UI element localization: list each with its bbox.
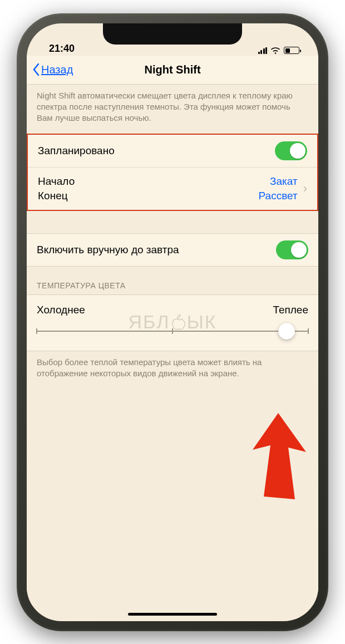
- content: Night Shift автоматически смещает цвета …: [27, 85, 318, 606]
- slider-thumb[interactable]: [278, 323, 295, 340]
- color-temp-slider[interactable]: [37, 324, 308, 338]
- end-value: Рассвет: [259, 189, 298, 203]
- manual-toggle[interactable]: [276, 240, 308, 259]
- home-indicator[interactable]: [128, 613, 217, 616]
- schedule-right: Закат Рассвет: [259, 174, 298, 203]
- schedule-time-row[interactable]: Начало Конец Закат Рассвет ›: [28, 167, 317, 209]
- slider-cold-label: Холоднее: [37, 304, 85, 316]
- manual-enable-row[interactable]: Включить вручную до завтра: [27, 234, 318, 266]
- chevron-left-icon: [32, 63, 40, 76]
- start-value: Закат: [270, 174, 298, 189]
- scheduled-label: Запланировано: [38, 145, 115, 157]
- slider-row: Холоднее Теплее: [27, 295, 318, 351]
- status-right: [258, 47, 300, 55]
- phone-frame: 21:40 Назад Night Shift Night Shift авто…: [17, 13, 328, 631]
- slider-footer: Выбор более теплой температуры цвета мож…: [27, 351, 318, 390]
- manual-group: Включить вручную до завтра: [27, 233, 318, 267]
- chevron-right-icon: ›: [303, 181, 307, 196]
- schedule-left: Начало Конец: [38, 174, 75, 203]
- scheduled-toggle[interactable]: [275, 141, 307, 160]
- end-label: Конец: [38, 189, 75, 203]
- manual-label: Включить вручную до завтра: [37, 244, 179, 256]
- slider-labels: Холоднее Теплее: [37, 304, 308, 316]
- back-button[interactable]: Назад: [27, 63, 73, 76]
- nav-bar: Назад Night Shift: [27, 56, 318, 85]
- notch: [103, 23, 242, 45]
- scheduled-row[interactable]: Запланировано: [28, 135, 317, 167]
- schedule-group: Запланировано Начало Конец Закат Рассвет…: [27, 134, 318, 210]
- slider-warm-label: Теплее: [273, 304, 308, 316]
- signal-icon: [258, 47, 268, 54]
- battery-icon: [284, 47, 299, 54]
- slider-line: [37, 331, 308, 332]
- status-time: 21:40: [49, 43, 75, 55]
- phone-screen: 21:40 Назад Night Shift Night Shift авто…: [27, 23, 318, 621]
- page-title: Night Shift: [144, 63, 200, 76]
- intro-description: Night Shift автоматически смещает цвета …: [27, 85, 318, 134]
- slider-group: Холоднее Теплее: [27, 294, 318, 351]
- color-temp-header: ТЕМПЕРАТУРА ЦВЕТА: [27, 267, 318, 294]
- back-label: Назад: [41, 63, 73, 76]
- start-label: Начало: [38, 174, 75, 189]
- wifi-icon: [270, 47, 280, 55]
